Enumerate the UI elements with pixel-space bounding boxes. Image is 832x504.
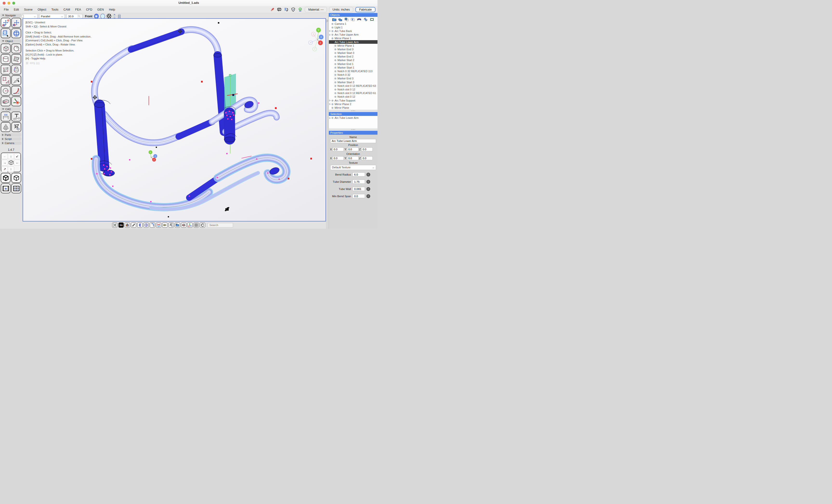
- revolve-icon[interactable]: [364, 18, 368, 21]
- object-visibility-icon[interactable]: ◎: [331, 41, 334, 43]
- tree-row[interactable]: ◎ Marker Start 1: [329, 66, 378, 69]
- nav-up-right-icon[interactable]: ↗: [1, 166, 8, 172]
- bend-tube-icon[interactable]: [137, 222, 142, 228]
- tree-row[interactable]: ◎ Mirror Plane 1: [329, 36, 378, 40]
- tube-diameter-stepper[interactable]: [366, 180, 370, 184]
- axis-gizmo-icon[interactable]: YZX: [187, 222, 192, 228]
- position-y-field[interactable]: [347, 147, 359, 151]
- connector-icon[interactable]: [11, 112, 21, 121]
- tree-row[interactable]: ◎ Light 1: [329, 26, 378, 29]
- bend-radius-stepper[interactable]: [366, 173, 370, 176]
- tree-row[interactable]: ▷ ◎ Arc Tube Back: [329, 29, 378, 33]
- single-view-icon[interactable]: ★: [1, 184, 10, 193]
- object-visibility-icon[interactable]: ◎: [334, 88, 337, 91]
- name-field[interactable]: [330, 139, 376, 143]
- object-visibility-icon[interactable]: ◎: [334, 95, 337, 98]
- rocket-icon[interactable]: [270, 7, 275, 12]
- lasso-tube-icon[interactable]: [168, 222, 174, 228]
- center-view-icon[interactable]: [112, 222, 118, 228]
- texture-dropdown[interactable]: Default Texture ⌄: [330, 165, 376, 170]
- zoom-window-icon[interactable]: [12, 2, 15, 5]
- object-visibility-icon[interactable]: ◎: [334, 66, 337, 69]
- search-input[interactable]: [208, 223, 233, 227]
- snap-axis-icon[interactable]: [131, 222, 136, 228]
- tree-row[interactable]: ◎ Marker End 3: [329, 47, 378, 51]
- menu-scene[interactable]: Scene: [24, 8, 32, 11]
- close-window-icon[interactable]: [3, 2, 5, 5]
- projection-dropdown[interactable]: Parallel ⌄: [39, 14, 65, 19]
- tube-wall-stepper[interactable]: [366, 187, 370, 191]
- tree-row[interactable]: ◎ Notch 0 32 REPLICATED 113: [329, 69, 378, 73]
- tree-row[interactable]: ◎ Mirror Plane: [329, 106, 378, 109]
- object-visibility-icon[interactable]: ◎: [334, 70, 337, 73]
- nav-left-icon[interactable]: ←: [1, 153, 8, 159]
- tree-row[interactable]: ◎ Marker End 2: [329, 55, 378, 58]
- min-bend-span-stepper[interactable]: [366, 194, 370, 198]
- menu-object[interactable]: Object: [37, 8, 46, 11]
- sphere-icon[interactable]: [11, 44, 21, 53]
- menu-cfd[interactable]: CFD: [86, 8, 93, 11]
- nav-down-icon[interactable]: ↓: [8, 153, 14, 159]
- mesh-plane-icon[interactable]: [1, 65, 10, 75]
- object-visibility-icon[interactable]: ◎: [331, 117, 334, 119]
- min-bend-span-field[interactable]: [353, 194, 365, 198]
- refresh-icon[interactable]: [200, 222, 205, 228]
- collapse-panel-icon[interactable]: [327, 19, 329, 23]
- object-visibility-icon[interactable]: ◎: [331, 103, 334, 105]
- object-visibility-icon[interactable]: ◎: [331, 37, 334, 39]
- tree-row[interactable]: ◎ Notch 0 32: [329, 73, 378, 77]
- tree-row[interactable]: ◎ Camera 1: [329, 22, 378, 26]
- cube-icon[interactable]: [1, 44, 10, 53]
- shield-star-icon[interactable]: ★: [291, 7, 296, 12]
- panel-resize-handle[interactable]: [329, 129, 378, 131]
- box-tube-icon[interactable]: [1, 96, 10, 106]
- shaded-view-icon[interactable]: [94, 14, 99, 19]
- object-visibility-icon[interactable]: ◎: [334, 55, 337, 58]
- group-icon[interactable]: [338, 18, 343, 21]
- object-visibility-icon[interactable]: ◎: [331, 30, 334, 32]
- cylinder-icon[interactable]: [1, 54, 10, 64]
- section-script[interactable]: Script: [1, 137, 21, 141]
- position-z-field[interactable]: [361, 147, 373, 151]
- orbit-globe-icon[interactable]: [11, 28, 21, 38]
- expander-icon[interactable]: ▷: [329, 34, 331, 36]
- tree-row[interactable]: ◎ Notch slot 0 12: [329, 95, 378, 99]
- object-visibility-icon[interactable]: ◎: [331, 107, 334, 109]
- curve-edit-icon[interactable]: [11, 75, 21, 85]
- object-visibility-icon[interactable]: ◎: [334, 63, 337, 65]
- object-visibility-icon[interactable]: ◎: [334, 74, 337, 76]
- object-visibility-icon[interactable]: ◎: [334, 45, 337, 47]
- expander-icon[interactable]: ▷: [329, 99, 331, 102]
- section-parts[interactable]: Parts: [1, 133, 21, 137]
- position-x-field[interactable]: [333, 147, 344, 151]
- tree-row[interactable]: ◎ Mirror Plane 1: [329, 44, 378, 47]
- object-visibility-icon[interactable]: ◎: [334, 52, 337, 54]
- minimize-window-icon[interactable]: [7, 2, 10, 5]
- mirror-icon[interactable]: [1, 122, 10, 132]
- tree-row[interactable]: ▽ ◎ Arc Tube Lower Arm: [329, 40, 378, 44]
- object-visibility-icon[interactable]: ◎: [331, 99, 334, 102]
- elbow-tube-icon[interactable]: [150, 222, 155, 228]
- move-icon[interactable]: [11, 18, 21, 28]
- object-visibility-icon[interactable]: ◎: [331, 26, 334, 29]
- expander-icon[interactable]: ▷: [329, 117, 331, 119]
- zebra-view-icon[interactable]: [107, 14, 111, 19]
- section-object[interactable]: Object: [1, 39, 21, 43]
- new-folder-icon[interactable]: [332, 18, 336, 21]
- view-nav-pad[interactable]: ← ↓ ↙ → ← ↗ ↑: [1, 152, 21, 172]
- render-tv-icon[interactable]: [125, 222, 130, 228]
- quad-view-icon[interactable]: ★★★★: [11, 184, 21, 193]
- tree-row[interactable]: ◎ Notch slot 0 12 REPLICATED 63: [329, 84, 378, 87]
- object-visibility-icon[interactable]: ◎: [334, 81, 337, 83]
- orientation-y-field[interactable]: [347, 156, 359, 160]
- object-visibility-icon[interactable]: ◎: [331, 23, 334, 25]
- dimension-icon[interactable]: XX: [1, 112, 10, 121]
- tree-row[interactable]: ▷ ◎ Arc Tube Support: [329, 99, 378, 102]
- material-button[interactable]: Material: ---: [305, 7, 327, 12]
- tree-row[interactable]: ◎ Notch slot 0 12: [329, 87, 378, 91]
- fabricate-button[interactable]: Fabricate: [355, 7, 375, 12]
- object-visibility-icon[interactable]: ◎: [331, 33, 334, 36]
- grid-plane-icon[interactable]: [11, 54, 21, 64]
- expander-icon[interactable]: ▽: [329, 41, 331, 43]
- chat-icon[interactable]: [277, 7, 282, 12]
